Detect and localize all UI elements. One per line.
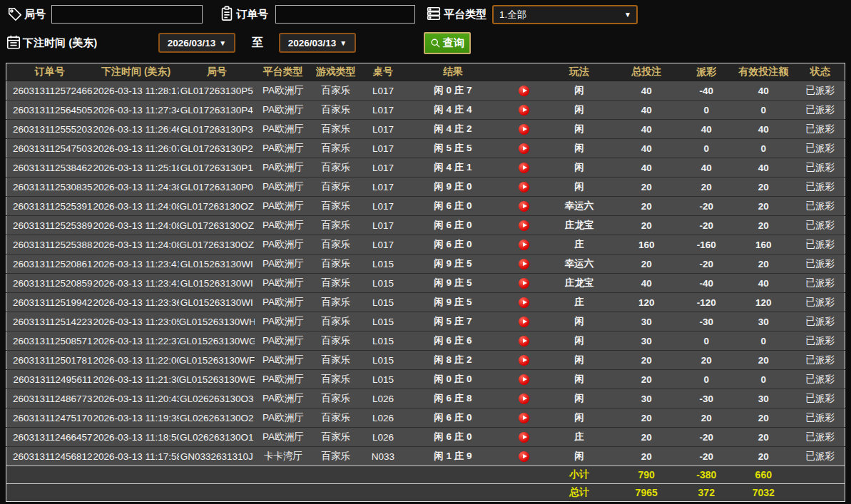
replay-video-icon[interactable] xyxy=(519,124,529,135)
subtotal-row-valid: 660 xyxy=(731,466,795,484)
cell-platform: PA欧洲厅 xyxy=(255,293,312,312)
cell-time: 2026-03-13 11:19:39 xyxy=(93,408,179,428)
replay-video-icon[interactable] xyxy=(519,278,529,289)
cell-table: L015 xyxy=(360,293,406,312)
cell-table: L017 xyxy=(360,178,406,197)
order-no-input[interactable] xyxy=(275,5,415,24)
date-to-select[interactable]: 2026/03/13 ▼ xyxy=(279,33,356,53)
total-row-valid: 7032 xyxy=(731,484,795,502)
replay-video-icon[interactable] xyxy=(519,259,529,269)
cell-platform: PA欧洲厅 xyxy=(255,370,312,389)
cell-play: 庄 xyxy=(547,293,611,312)
replay-video-icon[interactable] xyxy=(519,163,529,173)
cell-table: N033 xyxy=(360,447,406,466)
replay-video-icon[interactable] xyxy=(519,317,529,327)
header-valid: 有效投注额 xyxy=(731,63,795,81)
cell-status: 已派彩 xyxy=(795,235,845,254)
cell-bet: 20 xyxy=(611,370,681,389)
header-platform: 平台类型 xyxy=(255,63,312,81)
replay-video-icon[interactable] xyxy=(519,182,529,192)
cell-game: 百家乐 xyxy=(312,312,360,331)
replay-video-icon[interactable] xyxy=(519,394,529,404)
replay-video-icon[interactable] xyxy=(519,143,529,154)
cell-payout: -20 xyxy=(681,197,731,216)
cell-game: 百家乐 xyxy=(312,351,360,370)
game-no-input[interactable] xyxy=(51,5,203,24)
cell-platform: PA欧洲厅 xyxy=(255,408,312,428)
cell-status: 已派彩 xyxy=(795,293,845,312)
cell-play: 闲 xyxy=(547,139,611,158)
table-row: 2603131125475032026-03-13 11:26:07GL0172… xyxy=(6,139,845,158)
replay-video-icon[interactable] xyxy=(519,451,529,462)
table-row: 2603131124664572026-03-13 11:18:50GL0262… xyxy=(6,428,845,447)
cell-game: 百家乐 xyxy=(312,370,360,389)
cell-bet: 20 xyxy=(611,428,681,447)
cell-platform: PA欧洲厅 xyxy=(255,158,312,178)
chevron-down-icon: ▼ xyxy=(340,39,347,47)
cell-bet: 30 xyxy=(611,331,681,351)
cell-table: L017 xyxy=(360,235,406,254)
header-round: 局号 xyxy=(179,63,255,81)
cell-payout: -120 xyxy=(681,293,731,312)
cell-order: 260313112456812 xyxy=(6,447,93,466)
subtotal-row-label: 小计 xyxy=(547,466,611,484)
cell-status: 已派彩 xyxy=(795,428,845,447)
cell-game: 百家乐 xyxy=(312,158,360,178)
cell-valid: 20 xyxy=(731,447,795,466)
replay-video-icon[interactable] xyxy=(519,220,529,231)
replay-video-icon[interactable] xyxy=(519,86,529,96)
replay-video-icon[interactable] xyxy=(519,432,529,443)
cell-time: 2026-03-13 11:23:36 xyxy=(93,293,179,312)
cell-game: 百家乐 xyxy=(312,101,360,120)
cell-time: 2026-03-13 11:24:08 xyxy=(93,216,179,235)
cell-time: 2026-03-13 11:17:58 xyxy=(93,447,179,466)
replay-video-icon[interactable] xyxy=(519,201,529,212)
replay-video-icon[interactable] xyxy=(519,297,529,308)
header-table: 桌号 xyxy=(360,63,406,81)
cell-platform: 卡卡湾厅 xyxy=(255,447,312,466)
cell-play: 闲 xyxy=(547,389,611,408)
cell-round: GL015263130WF xyxy=(179,351,255,370)
cell-game: 百家乐 xyxy=(312,389,360,408)
replay-video-icon[interactable] xyxy=(519,240,529,250)
cell-order: 260313112547503 xyxy=(6,139,93,158)
cell-payout: -30 xyxy=(681,312,731,331)
cell-time: 2026-03-13 11:24:08 xyxy=(93,235,179,254)
replay-video-icon[interactable] xyxy=(519,355,529,366)
cell-valid: 20 xyxy=(731,351,795,370)
cell-payout: -20 xyxy=(681,428,731,447)
cell-payout: -30 xyxy=(681,389,731,408)
cell-play: 闲 xyxy=(547,81,611,101)
replay-video-icon[interactable] xyxy=(519,105,529,115)
cell-play: 闲 xyxy=(547,447,611,466)
table-row: 2603131125085712026-03-13 11:22:37GL0152… xyxy=(6,331,845,351)
cell-bet: 20 xyxy=(611,197,681,216)
cell-result: 闲 1 庄 9 xyxy=(406,447,500,466)
header-result: 结果 xyxy=(406,63,500,81)
replay-video-icon[interactable] xyxy=(519,413,529,423)
platform-type-select[interactable]: 1.全部 ▼ xyxy=(492,5,638,24)
cell-bet: 20 xyxy=(611,216,681,235)
cell-result: 闲 0 庄 7 xyxy=(406,81,500,101)
cell-round: GL017263130P5 xyxy=(179,81,255,101)
cell-play: 幸运六 xyxy=(547,197,611,216)
search-button[interactable]: 查询 xyxy=(424,32,471,54)
date-from-select[interactable]: 2026/03/13 ▼ xyxy=(158,33,235,53)
cell-bet: 40 xyxy=(611,120,681,139)
cell-valid: 20 xyxy=(731,254,795,274)
cell-valid: 40 xyxy=(731,158,795,178)
cell-game: 百家乐 xyxy=(312,274,360,293)
cell-result: 闲 4 庄 4 xyxy=(406,101,500,120)
cell-platform: PA欧洲厅 xyxy=(255,216,312,235)
platform-type-label: 平台类型 xyxy=(444,4,486,24)
table-row: 2603131124568122026-03-13 11:17:58GN0332… xyxy=(6,447,845,466)
header-replay xyxy=(500,63,547,81)
cell-result: 闲 0 庄 0 xyxy=(406,370,500,389)
cell-bet: 20 xyxy=(611,351,681,370)
replay-video-icon[interactable] xyxy=(519,374,529,385)
header-game: 游戏类型 xyxy=(312,63,360,81)
replay-video-icon[interactable] xyxy=(519,336,529,346)
cell-payout: -40 xyxy=(681,81,731,101)
cell-table: L015 xyxy=(360,312,406,331)
cell-result: 闲 4 庄 1 xyxy=(406,158,500,178)
